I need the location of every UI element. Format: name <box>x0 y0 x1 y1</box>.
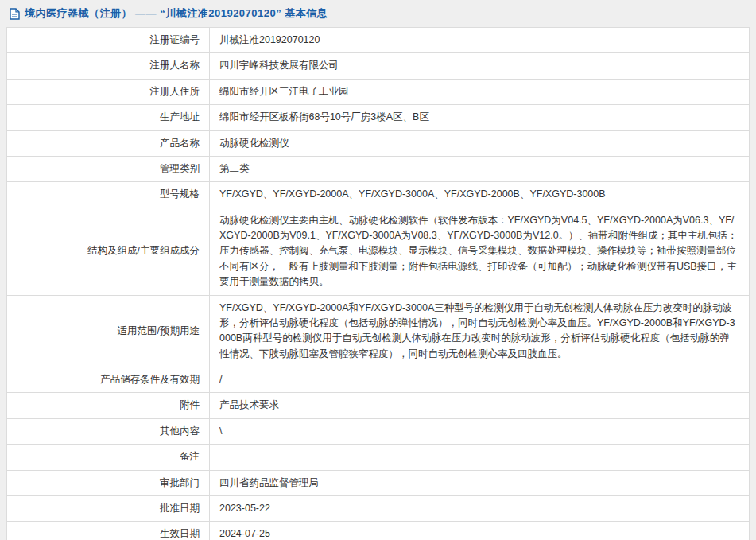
table-row: 结构及组成/主要组成成分 动脉硬化检测仪主要由主机、动脉硬化检测软件（软件发布版… <box>7 208 750 295</box>
row-value: 产品技术要求 <box>210 393 750 418</box>
row-value: 2023-05-22 <box>210 495 750 521</box>
row-value: 动脉硬化检测仪主要由主机、动脉硬化检测软件（软件发布版本：YF/XGYD为V04… <box>210 208 750 295</box>
row-label: 附件 <box>7 393 210 418</box>
row-value: 川械注准20192070120 <box>210 28 750 53</box>
table-row: 审批部门 四川省药品监督管理局 <box>7 470 750 495</box>
row-value: 四川宇峰科技发展有限公司 <box>210 53 750 79</box>
table-row: 型号规格 YF/XGYD、YF/XGYD-2000A、YF/XGYD-3000A… <box>7 182 750 208</box>
row-value: YF/XGYD、YF/XGYD-2000A和YF/XGYD-3000A三种型号的… <box>210 295 750 367</box>
row-label: 结构及组成/主要组成成分 <box>7 208 210 295</box>
row-value: / <box>210 367 750 393</box>
row-value: 2024-07-25 <box>210 522 750 540</box>
table-row: 生效日期 2024-07-25 <box>7 522 750 540</box>
row-value <box>210 445 750 470</box>
row-label: 产品储存条件及有效期 <box>7 367 210 393</box>
row-label: 批准日期 <box>7 495 210 521</box>
row-label: 生产地址 <box>7 105 210 130</box>
row-label: 审批部门 <box>7 470 210 495</box>
info-table: 注册证编号 川械注准20192070120 注册人名称 四川宇峰科技发展有限公司… <box>6 27 750 540</box>
table-row: 产品名称 动脉硬化检测仪 <box>7 130 750 156</box>
row-label: 生效日期 <box>7 522 210 540</box>
row-value: 绵阳市经开区三江电子工业园 <box>210 79 750 104</box>
table-row: 生产地址 绵阳市经开区板桥街68号10号厂房3楼A区、B区 <box>7 105 750 130</box>
row-label: 产品名称 <box>7 130 210 156</box>
document-icon <box>10 8 20 20</box>
row-value: YF/XGYD、YF/XGYD-2000A、YF/XGYD-3000A、YF/X… <box>210 182 750 208</box>
row-label: 管理类别 <box>7 156 210 181</box>
row-label: 注册人名称 <box>7 53 210 79</box>
page: 境内医疗器械（注册） —— “川械注准20192070120” 基本信息 注册证… <box>0 0 756 540</box>
row-value: 绵阳市经开区板桥街68号10号厂房3楼A区、B区 <box>210 105 750 130</box>
info-table-wrapper: 注册证编号 川械注准20192070120 注册人名称 四川宇峰科技发展有限公司… <box>0 27 756 540</box>
row-label: 适用范围/预期用途 <box>7 295 210 367</box>
table-row: 批准日期 2023-05-22 <box>7 495 750 521</box>
table-row: 注册人住所 绵阳市经开区三江电子工业园 <box>7 79 750 104</box>
row-value: \ <box>210 418 750 444</box>
table-row: 注册证编号 川械注准20192070120 <box>7 28 750 53</box>
row-label: 注册证编号 <box>7 28 210 53</box>
table-row: 其他内容 \ <box>7 418 750 444</box>
row-label: 型号规格 <box>7 182 210 208</box>
row-value: 动脉硬化检测仪 <box>210 130 750 156</box>
row-value: 四川省药品监督管理局 <box>210 470 750 495</box>
table-row: 备注 <box>7 445 750 470</box>
row-value: 第二类 <box>210 156 750 181</box>
page-header: 境内医疗器械（注册） —— “川械注准20192070120” 基本信息 <box>0 0 756 27</box>
table-row: 附件 产品技术要求 <box>7 393 750 418</box>
page-title: 境内医疗器械（注册） —— “川械注准20192070120” 基本信息 <box>25 6 328 21</box>
table-row: 适用范围/预期用途 YF/XGYD、YF/XGYD-2000A和YF/XGYD-… <box>7 295 750 367</box>
table-row: 产品储存条件及有效期 / <box>7 367 750 393</box>
table-row: 注册人名称 四川宇峰科技发展有限公司 <box>7 53 750 79</box>
row-label: 备注 <box>7 445 210 470</box>
row-label: 其他内容 <box>7 418 210 444</box>
table-row: 管理类别 第二类 <box>7 156 750 181</box>
row-label: 注册人住所 <box>7 79 210 104</box>
